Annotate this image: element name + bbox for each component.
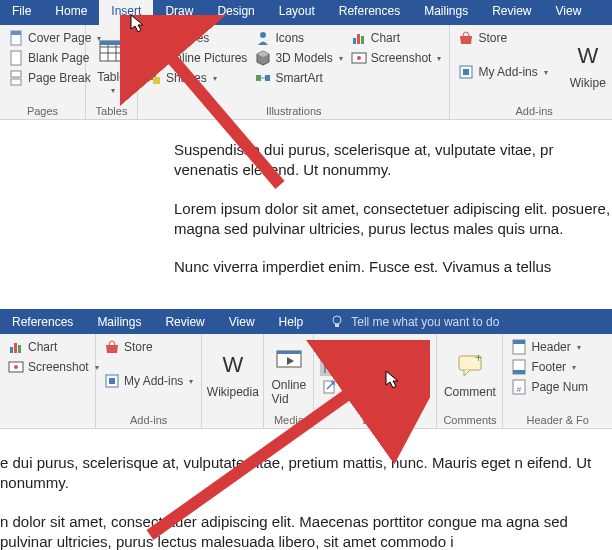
- online-video-button[interactable]: Online Vid: [266, 338, 313, 412]
- label: Pictures: [166, 31, 209, 45]
- page-break-icon: [8, 70, 24, 86]
- tab-references[interactable]: References: [0, 311, 85, 333]
- bookmark-button[interactable]: Bookmark: [320, 358, 430, 376]
- label: Table: [97, 70, 126, 84]
- page-number-button[interactable]: #Page Num: [509, 378, 590, 396]
- svg-rect-30: [10, 347, 13, 353]
- icons-button[interactable]: Icons: [253, 29, 344, 47]
- label: Header: [531, 340, 570, 354]
- label: Online Vid: [272, 378, 307, 406]
- svg-rect-10: [100, 41, 124, 45]
- svg-point-24: [357, 56, 361, 60]
- cross-reference-button[interactable]: Cross-reference: [320, 378, 430, 396]
- svg-point-34: [14, 365, 18, 369]
- tab-mailings[interactable]: Mailings: [412, 0, 480, 25]
- table-icon: [98, 37, 126, 68]
- group-chart: Chart Screenshot▾: [0, 334, 96, 428]
- svg-point-17: [260, 32, 266, 38]
- header-icon: [511, 339, 527, 355]
- paragraph: Nunc viverra imperdiet enim. Fusce est. …: [174, 257, 612, 277]
- label: Store: [124, 340, 153, 354]
- svg-point-41: [324, 345, 330, 349]
- comment-button[interactable]: + Comment: [438, 338, 502, 412]
- label: Icons: [275, 31, 304, 45]
- svg-rect-20: [353, 38, 356, 44]
- chevron-down-icon: ▾: [544, 68, 548, 77]
- store-button[interactable]: Store: [456, 29, 549, 47]
- my-addins-button[interactable]: My Add-ins▾: [102, 372, 195, 390]
- chart-button[interactable]: Chart: [6, 338, 101, 356]
- tab-references[interactable]: References: [327, 0, 412, 25]
- label: Online Pictures: [166, 51, 247, 65]
- pictures-button[interactable]: Pictures: [144, 29, 249, 47]
- lightbulb-icon: [329, 314, 345, 330]
- group-media: Online Vid Media: [264, 334, 314, 428]
- tab-help[interactable]: Help: [267, 311, 316, 333]
- header-button[interactable]: Header▾: [509, 338, 590, 356]
- tab-review[interactable]: Review: [480, 0, 543, 25]
- tab-review[interactable]: Review: [153, 311, 216, 333]
- label: Wikipedia: [207, 385, 259, 399]
- svg-rect-36: [109, 378, 115, 384]
- chart-icon: [8, 339, 24, 355]
- store-icon: [104, 339, 120, 355]
- tell-me-search[interactable]: Tell me what you want to do: [315, 314, 499, 330]
- svg-rect-11: [147, 32, 161, 44]
- label: Footer: [531, 360, 566, 374]
- online-pictures-button[interactable]: Online Pictures: [144, 49, 249, 67]
- group-addins: Store My Add-ins▾ Add-ins: [96, 334, 202, 428]
- label: Cover Page: [28, 31, 91, 45]
- icons-icon: [255, 30, 271, 46]
- my-addins-button[interactable]: My Add-ins▾: [456, 63, 549, 81]
- store-icon: [458, 30, 474, 46]
- group-label: Media: [270, 412, 307, 426]
- tab-draw[interactable]: Draw: [153, 0, 205, 25]
- group-pages: Cover Page▾ Blank Page Page Break Pages: [0, 25, 86, 119]
- label: My Add-ins: [124, 374, 183, 388]
- smartart-icon: [255, 70, 271, 86]
- paragraph: e dui purus, scelerisque at, vulputate v…: [0, 453, 612, 494]
- svg-text:W: W: [577, 43, 598, 68]
- wikipedia-button[interactable]: W Wikipe: [564, 29, 612, 103]
- tab-view[interactable]: View: [544, 0, 594, 25]
- screenshot-button[interactable]: Screenshot▾: [349, 49, 444, 67]
- 3d-models-button[interactable]: 3D Models▾: [253, 49, 344, 67]
- label: Chart: [28, 340, 57, 354]
- tab-file[interactable]: File: [0, 0, 43, 25]
- chart-button[interactable]: Chart: [349, 29, 444, 47]
- group-label: Add-ins: [456, 103, 611, 117]
- chart-icon: [351, 30, 367, 46]
- svg-point-14: [153, 57, 161, 65]
- svg-point-28: [333, 316, 341, 324]
- svg-rect-19: [265, 75, 270, 81]
- link-button[interactable]: Link▾: [320, 338, 430, 356]
- tab-mailings[interactable]: Mailings: [85, 311, 153, 333]
- group-wikipedia: W Wikipedia: [202, 334, 264, 428]
- paragraph: Suspendisse dui purus, scelerisque at, v…: [174, 140, 612, 181]
- tab-design[interactable]: Design: [205, 0, 266, 25]
- wikipedia-button[interactable]: W Wikipedia: [201, 338, 265, 412]
- link-icon: [322, 339, 338, 355]
- svg-rect-18: [256, 75, 261, 81]
- footer-button[interactable]: Footer▾: [509, 358, 590, 376]
- tab-layout[interactable]: Layout: [267, 0, 327, 25]
- ribbon-tabbar: References Mailings Review View Help Tel…: [0, 309, 612, 334]
- picture-icon: [146, 30, 162, 46]
- shapes-button[interactable]: Shapes▾: [144, 69, 249, 87]
- tab-insert[interactable]: Insert: [99, 0, 153, 25]
- label: Screenshot: [28, 360, 89, 374]
- chevron-down-icon: ▾: [572, 363, 576, 372]
- smartart-button[interactable]: SmartArt: [253, 69, 344, 87]
- tab-home[interactable]: Home: [43, 0, 99, 25]
- tab-view[interactable]: View: [217, 311, 267, 333]
- chevron-down-icon: ▾: [189, 377, 193, 386]
- svg-rect-29: [335, 324, 339, 327]
- screenshot-button[interactable]: Screenshot▾: [6, 358, 101, 376]
- chevron-down-icon: ▾: [437, 54, 441, 63]
- group-label: Tables: [92, 103, 131, 117]
- screenshot-icon: [8, 359, 24, 375]
- store-button[interactable]: Store: [102, 338, 195, 356]
- table-button[interactable]: Table ▾: [91, 29, 132, 103]
- page-number-icon: #: [511, 379, 527, 395]
- chevron-down-icon: ▾: [213, 74, 217, 83]
